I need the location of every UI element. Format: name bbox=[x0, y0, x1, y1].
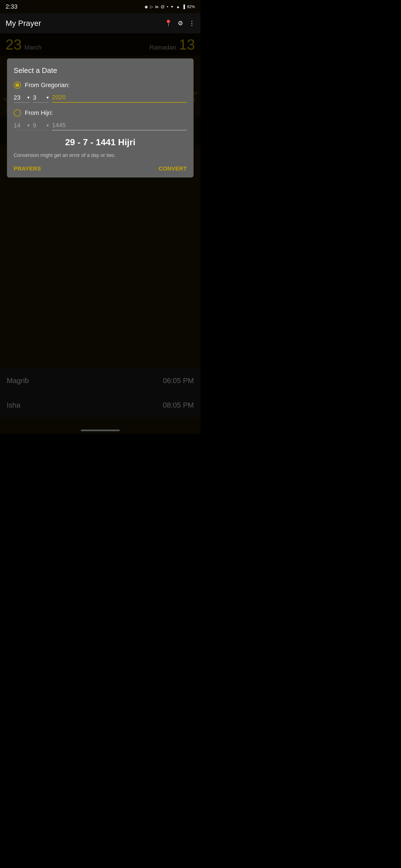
notification-icon: ◉ bbox=[145, 4, 148, 9]
dialog-buttons: PRAYERS CONVERT bbox=[13, 165, 187, 172]
hijri-month-arrow: ▾ bbox=[47, 123, 49, 128]
hijri-year-input[interactable] bbox=[52, 122, 187, 130]
status-icons: ◉ ▷ in @ • ✦ ▲ ▐ 82% bbox=[145, 4, 195, 9]
hijri-date-row: 14 ▾ 9 ▾ bbox=[13, 122, 187, 130]
settings-icon[interactable]: ⚙ bbox=[178, 20, 183, 27]
header-icons: 📍 ⚙ ⋮ bbox=[165, 20, 195, 27]
dialog-title: Select a Date bbox=[13, 66, 187, 75]
gregorian-day-dropdown[interactable]: 23 ▾ bbox=[13, 94, 30, 103]
gregorian-month-value: 3 bbox=[33, 94, 46, 101]
status-time: 2:33 bbox=[6, 3, 18, 10]
gregorian-radio-option[interactable]: From Gregorian: bbox=[13, 82, 187, 89]
navigation-icon: ▷ bbox=[150, 4, 153, 9]
hijri-month-value: 9 bbox=[33, 122, 46, 129]
app-header: My Prayer 📍 ⚙ ⋮ bbox=[0, 13, 200, 33]
wifi-icon: ▲ bbox=[176, 4, 180, 9]
prayers-button[interactable]: PRAYERS bbox=[13, 165, 41, 172]
threads-icon: @ bbox=[161, 4, 165, 9]
hijri-day-value: 14 bbox=[13, 122, 26, 129]
status-bar: 2:33 ◉ ▷ in @ • ✦ ▲ ▐ 82% bbox=[0, 0, 200, 13]
gregorian-month-dropdown[interactable]: 3 ▾ bbox=[33, 94, 49, 103]
app-title: My Prayer bbox=[6, 19, 41, 28]
hijri-day-arrow: ▾ bbox=[27, 123, 30, 128]
hijri-result: 29 - 7 - 1441 Hijri bbox=[13, 137, 187, 148]
home-indicator bbox=[81, 430, 120, 431]
gregorian-day-value: 23 bbox=[13, 94, 26, 101]
date-select-dialog: Select a Date From Gregorian: 23 ▾ 3 ▾ F… bbox=[7, 58, 194, 178]
hijri-radio[interactable] bbox=[13, 109, 21, 117]
location-icon[interactable]: 📍 bbox=[165, 20, 172, 27]
gregorian-date-row: 23 ▾ 3 ▾ bbox=[13, 94, 187, 103]
gregorian-year-input[interactable] bbox=[52, 94, 187, 103]
battery-text: 82% bbox=[187, 4, 195, 9]
dot-icon: • bbox=[167, 4, 168, 9]
more-options-icon[interactable]: ⋮ bbox=[189, 20, 195, 27]
linkedin-icon: in bbox=[155, 5, 159, 9]
hijri-label: From Hijri: bbox=[25, 109, 53, 117]
bluetooth-icon: ✦ bbox=[170, 4, 174, 9]
hijri-day-dropdown[interactable]: 14 ▾ bbox=[13, 122, 30, 130]
conversion-note: Conversion might get an error of a day o… bbox=[13, 152, 187, 159]
signal-icon: ▐ bbox=[182, 4, 185, 9]
gregorian-label: From Gregorian: bbox=[25, 82, 69, 89]
gregorian-month-arrow: ▾ bbox=[47, 95, 49, 100]
hijri-month-dropdown[interactable]: 9 ▾ bbox=[33, 122, 49, 130]
convert-button[interactable]: CONVERT bbox=[159, 165, 187, 172]
hijri-radio-option[interactable]: From Hijri: bbox=[13, 109, 187, 117]
gregorian-day-arrow: ▾ bbox=[27, 95, 30, 100]
gregorian-radio[interactable] bbox=[13, 82, 21, 89]
hijri-result-text: 29 - 7 - 1441 Hijri bbox=[65, 137, 136, 147]
